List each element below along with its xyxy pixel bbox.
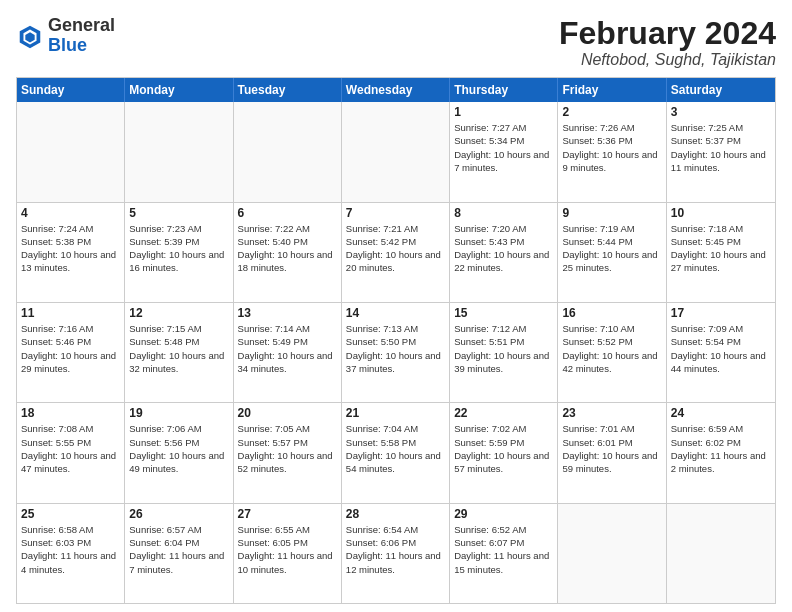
day-info: Sunrise: 6:57 AMSunset: 6:04 PMDaylight:… (129, 523, 228, 576)
calendar-cell: 15Sunrise: 7:12 AMSunset: 5:51 PMDayligh… (450, 303, 558, 402)
logo-general: General (48, 15, 115, 35)
logo-blue: Blue (48, 35, 87, 55)
day-info: Sunrise: 7:26 AMSunset: 5:36 PMDaylight:… (562, 121, 661, 174)
day-info: Sunrise: 7:06 AMSunset: 5:56 PMDaylight:… (129, 422, 228, 475)
calendar-cell: 26Sunrise: 6:57 AMSunset: 6:04 PMDayligh… (125, 504, 233, 603)
calendar-row: 11Sunrise: 7:16 AMSunset: 5:46 PMDayligh… (17, 303, 775, 403)
calendar-cell: 21Sunrise: 7:04 AMSunset: 5:58 PMDayligh… (342, 403, 450, 502)
calendar-cell: 6Sunrise: 7:22 AMSunset: 5:40 PMDaylight… (234, 203, 342, 302)
day-number: 23 (562, 406, 661, 420)
calendar-cell: 24Sunrise: 6:59 AMSunset: 6:02 PMDayligh… (667, 403, 775, 502)
calendar-cell: 17Sunrise: 7:09 AMSunset: 5:54 PMDayligh… (667, 303, 775, 402)
day-number: 27 (238, 507, 337, 521)
day-info: Sunrise: 7:02 AMSunset: 5:59 PMDaylight:… (454, 422, 553, 475)
calendar-cell: 20Sunrise: 7:05 AMSunset: 5:57 PMDayligh… (234, 403, 342, 502)
day-info: Sunrise: 6:59 AMSunset: 6:02 PMDaylight:… (671, 422, 771, 475)
day-info: Sunrise: 7:15 AMSunset: 5:48 PMDaylight:… (129, 322, 228, 375)
calendar-cell (667, 504, 775, 603)
day-number: 24 (671, 406, 771, 420)
calendar-cell (342, 102, 450, 201)
calendar-cell: 25Sunrise: 6:58 AMSunset: 6:03 PMDayligh… (17, 504, 125, 603)
day-info: Sunrise: 7:05 AMSunset: 5:57 PMDaylight:… (238, 422, 337, 475)
day-number: 25 (21, 507, 120, 521)
calendar-cell (234, 102, 342, 201)
day-info: Sunrise: 7:01 AMSunset: 6:01 PMDaylight:… (562, 422, 661, 475)
calendar-row: 4Sunrise: 7:24 AMSunset: 5:38 PMDaylight… (17, 203, 775, 303)
calendar-cell: 27Sunrise: 6:55 AMSunset: 6:05 PMDayligh… (234, 504, 342, 603)
calendar-cell: 29Sunrise: 6:52 AMSunset: 6:07 PMDayligh… (450, 504, 558, 603)
day-number: 8 (454, 206, 553, 220)
title-block: February 2024 Neftobod, Sughd, Tajikista… (559, 16, 776, 69)
calendar-header-cell: Wednesday (342, 78, 450, 102)
header: General Blue February 2024 Neftobod, Sug… (16, 16, 776, 69)
day-number: 19 (129, 406, 228, 420)
calendar-header-cell: Tuesday (234, 78, 342, 102)
calendar-cell: 16Sunrise: 7:10 AMSunset: 5:52 PMDayligh… (558, 303, 666, 402)
calendar-cell: 1Sunrise: 7:27 AMSunset: 5:34 PMDaylight… (450, 102, 558, 201)
calendar: SundayMondayTuesdayWednesdayThursdayFrid… (16, 77, 776, 604)
day-number: 2 (562, 105, 661, 119)
day-info: Sunrise: 7:23 AMSunset: 5:39 PMDaylight:… (129, 222, 228, 275)
calendar-cell: 4Sunrise: 7:24 AMSunset: 5:38 PMDaylight… (17, 203, 125, 302)
day-number: 11 (21, 306, 120, 320)
calendar-cell (125, 102, 233, 201)
day-number: 9 (562, 206, 661, 220)
calendar-cell: 18Sunrise: 7:08 AMSunset: 5:55 PMDayligh… (17, 403, 125, 502)
calendar-header-cell: Monday (125, 78, 233, 102)
day-info: Sunrise: 7:13 AMSunset: 5:50 PMDaylight:… (346, 322, 445, 375)
day-info: Sunrise: 7:27 AMSunset: 5:34 PMDaylight:… (454, 121, 553, 174)
calendar-cell: 10Sunrise: 7:18 AMSunset: 5:45 PMDayligh… (667, 203, 775, 302)
day-number: 26 (129, 507, 228, 521)
day-info: Sunrise: 6:55 AMSunset: 6:05 PMDaylight:… (238, 523, 337, 576)
calendar-cell: 19Sunrise: 7:06 AMSunset: 5:56 PMDayligh… (125, 403, 233, 502)
day-number: 10 (671, 206, 771, 220)
day-info: Sunrise: 7:09 AMSunset: 5:54 PMDaylight:… (671, 322, 771, 375)
page: General Blue February 2024 Neftobod, Sug… (0, 0, 792, 612)
day-number: 18 (21, 406, 120, 420)
day-number: 13 (238, 306, 337, 320)
day-info: Sunrise: 6:58 AMSunset: 6:03 PMDaylight:… (21, 523, 120, 576)
calendar-header-row: SundayMondayTuesdayWednesdayThursdayFrid… (17, 78, 775, 102)
day-number: 28 (346, 507, 445, 521)
calendar-header-cell: Saturday (667, 78, 775, 102)
day-info: Sunrise: 7:21 AMSunset: 5:42 PMDaylight:… (346, 222, 445, 275)
day-info: Sunrise: 7:19 AMSunset: 5:44 PMDaylight:… (562, 222, 661, 275)
day-number: 5 (129, 206, 228, 220)
calendar-cell (17, 102, 125, 201)
day-info: Sunrise: 7:08 AMSunset: 5:55 PMDaylight:… (21, 422, 120, 475)
day-info: Sunrise: 7:10 AMSunset: 5:52 PMDaylight:… (562, 322, 661, 375)
day-info: Sunrise: 7:22 AMSunset: 5:40 PMDaylight:… (238, 222, 337, 275)
day-info: Sunrise: 7:18 AMSunset: 5:45 PMDaylight:… (671, 222, 771, 275)
day-number: 29 (454, 507, 553, 521)
day-info: Sunrise: 7:20 AMSunset: 5:43 PMDaylight:… (454, 222, 553, 275)
calendar-cell: 3Sunrise: 7:25 AMSunset: 5:37 PMDaylight… (667, 102, 775, 201)
day-info: Sunrise: 7:16 AMSunset: 5:46 PMDaylight:… (21, 322, 120, 375)
day-number: 21 (346, 406, 445, 420)
calendar-cell: 2Sunrise: 7:26 AMSunset: 5:36 PMDaylight… (558, 102, 666, 201)
logo-text: General Blue (48, 16, 115, 56)
day-number: 14 (346, 306, 445, 320)
day-info: Sunrise: 7:12 AMSunset: 5:51 PMDaylight:… (454, 322, 553, 375)
day-info: Sunrise: 7:24 AMSunset: 5:38 PMDaylight:… (21, 222, 120, 275)
calendar-header-cell: Sunday (17, 78, 125, 102)
day-info: Sunrise: 7:04 AMSunset: 5:58 PMDaylight:… (346, 422, 445, 475)
calendar-cell: 23Sunrise: 7:01 AMSunset: 6:01 PMDayligh… (558, 403, 666, 502)
day-number: 7 (346, 206, 445, 220)
day-number: 20 (238, 406, 337, 420)
calendar-cell: 11Sunrise: 7:16 AMSunset: 5:46 PMDayligh… (17, 303, 125, 402)
day-info: Sunrise: 7:25 AMSunset: 5:37 PMDaylight:… (671, 121, 771, 174)
calendar-cell (558, 504, 666, 603)
logo-icon (16, 22, 44, 50)
day-info: Sunrise: 6:52 AMSunset: 6:07 PMDaylight:… (454, 523, 553, 576)
day-number: 16 (562, 306, 661, 320)
day-number: 4 (21, 206, 120, 220)
day-number: 12 (129, 306, 228, 320)
calendar-header-cell: Friday (558, 78, 666, 102)
day-number: 15 (454, 306, 553, 320)
calendar-row: 18Sunrise: 7:08 AMSunset: 5:55 PMDayligh… (17, 403, 775, 503)
calendar-cell: 7Sunrise: 7:21 AMSunset: 5:42 PMDaylight… (342, 203, 450, 302)
subtitle: Neftobod, Sughd, Tajikistan (559, 51, 776, 69)
calendar-cell: 8Sunrise: 7:20 AMSunset: 5:43 PMDaylight… (450, 203, 558, 302)
calendar-cell: 28Sunrise: 6:54 AMSunset: 6:06 PMDayligh… (342, 504, 450, 603)
calendar-cell: 14Sunrise: 7:13 AMSunset: 5:50 PMDayligh… (342, 303, 450, 402)
